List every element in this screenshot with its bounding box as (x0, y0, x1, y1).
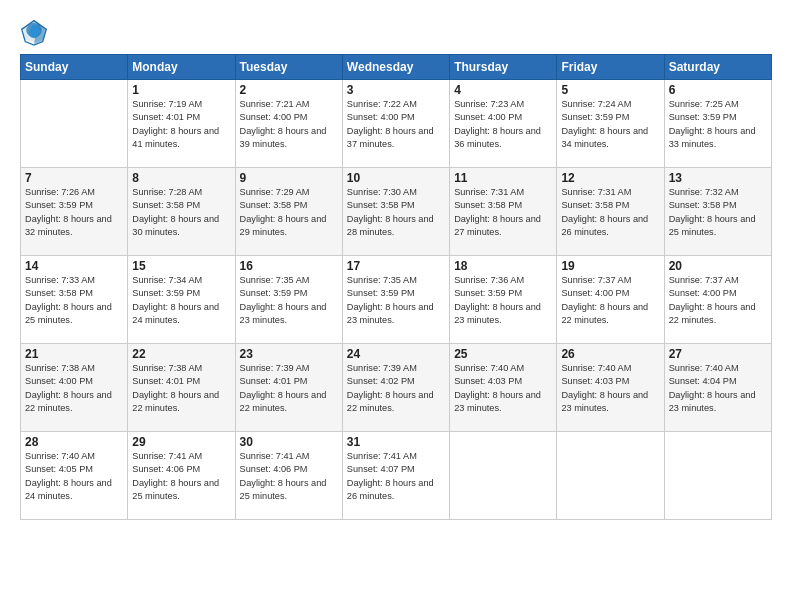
calendar-cell: 4Sunrise: 7:23 AMSunset: 4:00 PMDaylight… (450, 80, 557, 168)
day-number: 23 (240, 347, 338, 361)
day-number: 2 (240, 83, 338, 97)
day-info: Sunrise: 7:31 AMSunset: 3:58 PMDaylight:… (454, 186, 552, 239)
calendar-cell: 14Sunrise: 7:33 AMSunset: 3:58 PMDayligh… (21, 256, 128, 344)
day-number: 17 (347, 259, 445, 273)
calendar-header-thursday: Thursday (450, 55, 557, 80)
calendar-cell: 30Sunrise: 7:41 AMSunset: 4:06 PMDayligh… (235, 432, 342, 520)
day-number: 29 (132, 435, 230, 449)
day-number: 26 (561, 347, 659, 361)
calendar-cell: 13Sunrise: 7:32 AMSunset: 3:58 PMDayligh… (664, 168, 771, 256)
day-info: Sunrise: 7:38 AMSunset: 4:01 PMDaylight:… (132, 362, 230, 415)
calendar-cell: 27Sunrise: 7:40 AMSunset: 4:04 PMDayligh… (664, 344, 771, 432)
calendar-cell: 19Sunrise: 7:37 AMSunset: 4:00 PMDayligh… (557, 256, 664, 344)
day-number: 22 (132, 347, 230, 361)
day-info: Sunrise: 7:40 AMSunset: 4:03 PMDaylight:… (454, 362, 552, 415)
day-info: Sunrise: 7:35 AMSunset: 3:59 PMDaylight:… (240, 274, 338, 327)
day-info: Sunrise: 7:35 AMSunset: 3:59 PMDaylight:… (347, 274, 445, 327)
day-info: Sunrise: 7:22 AMSunset: 4:00 PMDaylight:… (347, 98, 445, 151)
calendar-header-monday: Monday (128, 55, 235, 80)
calendar: SundayMondayTuesdayWednesdayThursdayFrid… (20, 54, 772, 520)
day-number: 7 (25, 171, 123, 185)
day-info: Sunrise: 7:19 AMSunset: 4:01 PMDaylight:… (132, 98, 230, 151)
day-number: 1 (132, 83, 230, 97)
calendar-cell: 10Sunrise: 7:30 AMSunset: 3:58 PMDayligh… (342, 168, 449, 256)
calendar-cell: 8Sunrise: 7:28 AMSunset: 3:58 PMDaylight… (128, 168, 235, 256)
calendar-cell: 15Sunrise: 7:34 AMSunset: 3:59 PMDayligh… (128, 256, 235, 344)
day-info: Sunrise: 7:25 AMSunset: 3:59 PMDaylight:… (669, 98, 767, 151)
day-info: Sunrise: 7:26 AMSunset: 3:59 PMDaylight:… (25, 186, 123, 239)
day-info: Sunrise: 7:40 AMSunset: 4:05 PMDaylight:… (25, 450, 123, 503)
calendar-cell: 2Sunrise: 7:21 AMSunset: 4:00 PMDaylight… (235, 80, 342, 168)
day-info: Sunrise: 7:21 AMSunset: 4:00 PMDaylight:… (240, 98, 338, 151)
calendar-cell: 3Sunrise: 7:22 AMSunset: 4:00 PMDaylight… (342, 80, 449, 168)
day-number: 16 (240, 259, 338, 273)
day-info: Sunrise: 7:38 AMSunset: 4:00 PMDaylight:… (25, 362, 123, 415)
day-info: Sunrise: 7:37 AMSunset: 4:00 PMDaylight:… (669, 274, 767, 327)
calendar-cell (557, 432, 664, 520)
day-number: 9 (240, 171, 338, 185)
calendar-cell: 6Sunrise: 7:25 AMSunset: 3:59 PMDaylight… (664, 80, 771, 168)
calendar-cell: 17Sunrise: 7:35 AMSunset: 3:59 PMDayligh… (342, 256, 449, 344)
calendar-cell: 1Sunrise: 7:19 AMSunset: 4:01 PMDaylight… (128, 80, 235, 168)
calendar-week-1: 7Sunrise: 7:26 AMSunset: 3:59 PMDaylight… (21, 168, 772, 256)
calendar-cell: 20Sunrise: 7:37 AMSunset: 4:00 PMDayligh… (664, 256, 771, 344)
calendar-week-2: 14Sunrise: 7:33 AMSunset: 3:58 PMDayligh… (21, 256, 772, 344)
day-number: 28 (25, 435, 123, 449)
calendar-cell: 5Sunrise: 7:24 AMSunset: 3:59 PMDaylight… (557, 80, 664, 168)
day-info: Sunrise: 7:24 AMSunset: 3:59 PMDaylight:… (561, 98, 659, 151)
calendar-cell: 29Sunrise: 7:41 AMSunset: 4:06 PMDayligh… (128, 432, 235, 520)
calendar-header-friday: Friday (557, 55, 664, 80)
calendar-week-3: 21Sunrise: 7:38 AMSunset: 4:00 PMDayligh… (21, 344, 772, 432)
calendar-header-wednesday: Wednesday (342, 55, 449, 80)
calendar-cell: 22Sunrise: 7:38 AMSunset: 4:01 PMDayligh… (128, 344, 235, 432)
calendar-header-row: SundayMondayTuesdayWednesdayThursdayFrid… (21, 55, 772, 80)
calendar-header-sunday: Sunday (21, 55, 128, 80)
calendar-cell: 23Sunrise: 7:39 AMSunset: 4:01 PMDayligh… (235, 344, 342, 432)
day-number: 11 (454, 171, 552, 185)
day-info: Sunrise: 7:39 AMSunset: 4:02 PMDaylight:… (347, 362, 445, 415)
day-info: Sunrise: 7:31 AMSunset: 3:58 PMDaylight:… (561, 186, 659, 239)
day-number: 10 (347, 171, 445, 185)
calendar-header-saturday: Saturday (664, 55, 771, 80)
day-number: 13 (669, 171, 767, 185)
calendar-cell: 16Sunrise: 7:35 AMSunset: 3:59 PMDayligh… (235, 256, 342, 344)
calendar-cell: 18Sunrise: 7:36 AMSunset: 3:59 PMDayligh… (450, 256, 557, 344)
day-info: Sunrise: 7:41 AMSunset: 4:06 PMDaylight:… (240, 450, 338, 503)
day-number: 12 (561, 171, 659, 185)
calendar-cell: 12Sunrise: 7:31 AMSunset: 3:58 PMDayligh… (557, 168, 664, 256)
calendar-week-4: 28Sunrise: 7:40 AMSunset: 4:05 PMDayligh… (21, 432, 772, 520)
day-number: 8 (132, 171, 230, 185)
day-info: Sunrise: 7:29 AMSunset: 3:58 PMDaylight:… (240, 186, 338, 239)
day-info: Sunrise: 7:23 AMSunset: 4:00 PMDaylight:… (454, 98, 552, 151)
day-number: 20 (669, 259, 767, 273)
day-info: Sunrise: 7:41 AMSunset: 4:07 PMDaylight:… (347, 450, 445, 503)
day-number: 15 (132, 259, 230, 273)
calendar-week-0: 1Sunrise: 7:19 AMSunset: 4:01 PMDaylight… (21, 80, 772, 168)
day-info: Sunrise: 7:34 AMSunset: 3:59 PMDaylight:… (132, 274, 230, 327)
day-info: Sunrise: 7:33 AMSunset: 3:58 PMDaylight:… (25, 274, 123, 327)
calendar-cell: 26Sunrise: 7:40 AMSunset: 4:03 PMDayligh… (557, 344, 664, 432)
day-info: Sunrise: 7:39 AMSunset: 4:01 PMDaylight:… (240, 362, 338, 415)
calendar-header-tuesday: Tuesday (235, 55, 342, 80)
header (20, 18, 772, 46)
day-info: Sunrise: 7:41 AMSunset: 4:06 PMDaylight:… (132, 450, 230, 503)
calendar-cell: 31Sunrise: 7:41 AMSunset: 4:07 PMDayligh… (342, 432, 449, 520)
calendar-cell: 7Sunrise: 7:26 AMSunset: 3:59 PMDaylight… (21, 168, 128, 256)
page: SundayMondayTuesdayWednesdayThursdayFrid… (0, 0, 792, 612)
day-number: 6 (669, 83, 767, 97)
day-info: Sunrise: 7:36 AMSunset: 3:59 PMDaylight:… (454, 274, 552, 327)
day-number: 25 (454, 347, 552, 361)
calendar-cell: 24Sunrise: 7:39 AMSunset: 4:02 PMDayligh… (342, 344, 449, 432)
day-info: Sunrise: 7:40 AMSunset: 4:04 PMDaylight:… (669, 362, 767, 415)
day-number: 3 (347, 83, 445, 97)
day-number: 14 (25, 259, 123, 273)
calendar-cell (450, 432, 557, 520)
calendar-cell: 9Sunrise: 7:29 AMSunset: 3:58 PMDaylight… (235, 168, 342, 256)
day-number: 18 (454, 259, 552, 273)
logo-icon (20, 18, 48, 46)
logo (20, 18, 52, 46)
calendar-cell: 28Sunrise: 7:40 AMSunset: 4:05 PMDayligh… (21, 432, 128, 520)
day-number: 27 (669, 347, 767, 361)
calendar-cell: 11Sunrise: 7:31 AMSunset: 3:58 PMDayligh… (450, 168, 557, 256)
calendar-cell: 25Sunrise: 7:40 AMSunset: 4:03 PMDayligh… (450, 344, 557, 432)
